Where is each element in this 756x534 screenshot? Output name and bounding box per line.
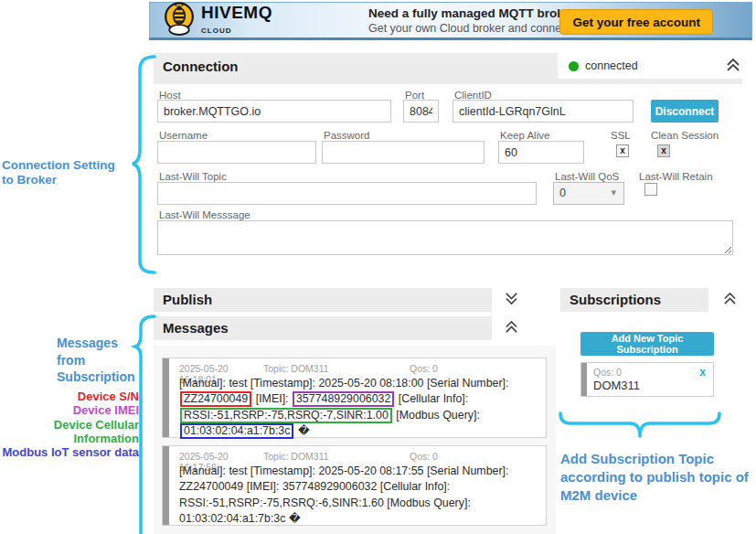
- subscription-item: Qos: 0 DOM311 x: [580, 362, 714, 397]
- keepalive-label: Keep Alive: [500, 130, 549, 141]
- page: HIVEMQ CLOUD Need a fully managed MQTT b…: [0, 0, 756, 534]
- lastwill-message-label: Last-Will Messsage: [159, 209, 250, 220]
- lastwill-topic-label: Last-Will Topic: [159, 171, 227, 182]
- message-card: 2025-05-20 16:17:56 Topic: DOM311 Qos: 0…: [162, 445, 547, 526]
- host-input[interactable]: [157, 100, 391, 123]
- device-serial-highlight: ZZ24700049: [180, 391, 251, 407]
- publish-expand-icon[interactable]: [504, 292, 519, 309]
- annotation-add-subscription: Add Subscription Topic according to publ…: [560, 450, 752, 505]
- subscription-topic: DOM311: [593, 379, 640, 392]
- hivemq-logo[interactable]: HIVEMQ CLOUD: [163, 1, 272, 39]
- caret-down-icon: ▾: [611, 187, 616, 198]
- add-subscription-button[interactable]: Add New Topic Subscription: [580, 332, 714, 356]
- messages-header: Messages: [154, 316, 492, 340]
- status-label: connected: [585, 59, 638, 72]
- lastwill-qos-label: Last-Will QoS: [555, 171, 619, 182]
- close-icon[interactable]: x: [699, 366, 706, 379]
- keepalive-input[interactable]: [498, 141, 584, 164]
- clean-session-checkbox[interactable]: x: [657, 144, 670, 157]
- subscriptions-collapse-icon[interactable]: [722, 292, 738, 309]
- lastwill-retain-checkbox[interactable]: [644, 183, 657, 196]
- publish-header: Publish: [154, 288, 492, 312]
- lastwill-retain-label: Last-Will Retain: [639, 171, 713, 182]
- password-input[interactable]: [322, 141, 484, 164]
- logo-title: HIVEMQ: [201, 5, 272, 20]
- message-body: [Manual]: test [Timestamp]: 2025-05-20 0…: [179, 376, 541, 439]
- ssl-checkbox[interactable]: x: [616, 144, 629, 157]
- ssl-label: SSL: [611, 130, 631, 141]
- connection-status: connected: [558, 53, 742, 79]
- messages-collapse-icon[interactable]: [504, 320, 519, 337]
- connection-header: Connection connected: [154, 53, 742, 84]
- lastwill-message-textarea[interactable]: [157, 220, 733, 255]
- message-body: [Manual]: test [Timestamp]: 2025-05-20 0…: [179, 464, 541, 527]
- lastwill-qos-value: 0: [559, 187, 566, 199]
- username-label: Username: [159, 130, 208, 141]
- device-imei-highlight: 357748929006032: [293, 391, 394, 407]
- subscription-brace: [559, 411, 721, 441]
- message-card-bar: [163, 446, 169, 525]
- connection-collapse-icon[interactable]: [725, 58, 741, 76]
- modbus-data-highlight: 01:03:02:04:a1:7b:3c: [180, 423, 293, 439]
- cellular-info-highlight: RSSI:-51,RSRP:-75,RSRQ:-7,SINR:1.00: [180, 408, 392, 423]
- status-dot-icon: [569, 61, 579, 71]
- subscriptions-title: Subscriptions: [560, 288, 708, 307]
- subscription-qos: Qos: 0: [593, 367, 622, 378]
- annotation-messages-from-subscription: Messages from Subscription: [57, 335, 135, 386]
- subscription-item-bar: [581, 363, 587, 396]
- messages-title: Messages: [154, 316, 492, 336]
- port-input[interactable]: [403, 100, 439, 123]
- logo-subtitle: CLOUD: [201, 27, 231, 35]
- annotation-connection-setting: Connection Setting to Broker: [2, 158, 115, 187]
- lastwill-qos-select[interactable]: 0 ▾: [553, 182, 624, 205]
- clean-session-label: Clean Session: [651, 130, 719, 141]
- annotation-device-sn: Device S/N: [0, 390, 139, 403]
- get-free-account-button[interactable]: Get your free account: [559, 9, 713, 35]
- publish-title: Publish: [154, 288, 492, 307]
- hivemq-banner: HIVEMQ CLOUD Need a fully managed MQTT b…: [149, 2, 752, 40]
- lastwill-topic-input[interactable]: [157, 182, 537, 205]
- message-card-bar: [163, 358, 169, 437]
- annotation-modbus-data: Modbus IoT sensor data: [0, 445, 139, 459]
- message-card: 2025-05-20 16:18:01 Topic: DOM311 Qos: 0…: [162, 358, 547, 438]
- disconnect-button[interactable]: Disconnect: [651, 100, 719, 123]
- annotation-device-imei: Device IMEI: [0, 403, 139, 417]
- subscriptions-header: Subscriptions: [560, 288, 708, 312]
- username-input[interactable]: [157, 141, 316, 164]
- annotation-legend: Device S/N Device IMEI Device Cellular I…: [0, 390, 139, 459]
- clientid-input[interactable]: [453, 100, 634, 123]
- connection-brace: [131, 55, 154, 274]
- messages-list: 2025-05-20 16:18:01 Topic: DOM311 Qos: 0…: [154, 346, 556, 534]
- annotation-device-cellular: Device Cellular Information: [0, 418, 139, 446]
- hivemq-bee-icon: [163, 1, 196, 39]
- password-label: Password: [324, 130, 370, 141]
